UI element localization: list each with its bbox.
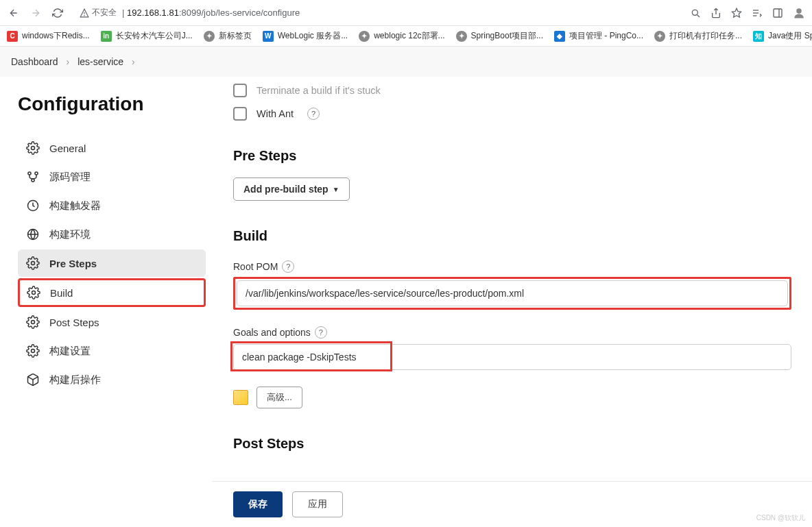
toolbar-icons [690, 7, 805, 19]
sidebar-item-label: Post Steps [49, 317, 99, 328]
url-text: | 192.168.1.81:8099/job/les-service/conf… [122, 8, 300, 18]
list-icon[interactable] [752, 8, 763, 19]
help-icon[interactable]: ? [315, 326, 327, 339]
package-icon [26, 373, 40, 387]
sidebar-item-label: 构建后操作 [49, 373, 101, 387]
section-post-steps: Post Steps [233, 436, 791, 452]
security-text: 不安全 [92, 7, 117, 19]
sidebar-item-post-build[interactable]: 构建后操作 [18, 366, 206, 393]
bookmark-icon: ✦ [456, 31, 467, 42]
breadcrumb: Dashboard › les-service › [0, 47, 812, 77]
content: Terminate a build if it's stuck With Ant… [213, 77, 812, 527]
bookmark-item[interactable]: WWebLogic 服务器... [263, 30, 348, 42]
bookmark-icon: ✦ [359, 31, 370, 42]
svg-point-21 [32, 350, 35, 353]
sidebar-item-build[interactable]: Build [18, 278, 206, 307]
sidebar-item-label: 构建触发器 [49, 199, 101, 212]
url-bar[interactable]: 不安全 | 192.168.1.81:8099/job/les-service/… [73, 4, 682, 21]
bookmark-item[interactable]: ✦新标签页 [204, 30, 252, 42]
help-icon[interactable]: ? [282, 260, 294, 273]
sidebar-item-label: 构建设置 [49, 345, 91, 358]
sidebar-item-label: Pre Steps [49, 258, 97, 269]
goals-input[interactable] [233, 344, 791, 370]
bookmark-icon: ◆ [554, 31, 565, 42]
checkbox-label: With Ant [256, 108, 294, 119]
gear-icon [27, 286, 40, 299]
sidebar-item-triggers[interactable]: 构建触发器 [18, 192, 206, 219]
sidebar-item-pre-steps[interactable]: Pre Steps [18, 249, 206, 277]
svg-point-12 [28, 172, 31, 175]
apply-button[interactable]: 应用 [292, 491, 343, 517]
svg-point-20 [32, 321, 35, 324]
page-title: Configuration [18, 93, 206, 115]
gear-icon [26, 315, 40, 329]
browser-toolbar: 不安全 | 192.168.1.81:8099/job/les-service/… [0, 0, 812, 26]
svg-point-11 [32, 147, 35, 150]
save-button[interactable]: 保存 [233, 491, 283, 517]
advanced-button[interactable]: 高级... [256, 387, 302, 408]
profile-icon[interactable] [793, 7, 805, 19]
breadcrumb-link[interactable]: Dashboard [11, 56, 58, 67]
bookmark-item[interactable]: ◆项目管理 - PingCo... [554, 30, 643, 42]
svg-point-13 [35, 172, 38, 175]
panel-icon[interactable] [772, 8, 783, 19]
forward-button[interactable] [29, 6, 43, 20]
reload-button[interactable] [51, 6, 64, 20]
section-build: Build [233, 228, 791, 244]
svg-point-2 [692, 10, 697, 15]
notepad-icon [233, 390, 248, 405]
checkbox-terminate[interactable] [233, 84, 247, 97]
security-indicator[interactable]: 不安全 [80, 7, 117, 19]
sidebar-item-environment[interactable]: 构建环境 [18, 221, 206, 248]
section-pre-steps: Pre Steps [233, 148, 791, 164]
clock-icon [26, 199, 40, 212]
bookmark-item[interactable]: Cwindows下Redis... [7, 30, 90, 42]
svg-marker-4 [732, 8, 741, 17]
bookmark-item[interactable]: ✦weblogic 12c部署... [359, 30, 444, 42]
star-icon[interactable] [731, 8, 742, 19]
warning-icon [80, 8, 89, 18]
globe-icon [26, 228, 40, 241]
gear-icon [26, 256, 40, 270]
bookmark-item[interactable]: ✦打印机有打印任务... [654, 30, 742, 42]
share-icon[interactable] [710, 8, 721, 19]
bookmark-item[interactable]: ✦SpringBoot项目部... [456, 30, 543, 42]
gear-icon [26, 344, 40, 358]
goals-label: Goals and options ? [233, 326, 791, 339]
checkbox-terminate-row: Terminate a build if it's stuck [233, 84, 791, 97]
bookmark-icon: W [263, 31, 274, 42]
sidebar: Configuration General 源码管理 构建触发器 构建环境 Pr… [0, 77, 213, 527]
bookmark-icon: ✦ [654, 31, 665, 42]
back-button[interactable] [7, 6, 21, 20]
advanced-row: 高级... [233, 387, 791, 408]
bookmarks-bar: Cwindows下Redis... in长安铃木汽车公司J... ✦新标签页 W… [0, 26, 812, 47]
svg-rect-8 [774, 9, 782, 17]
root-pom-label: Root POM ? [233, 260, 791, 273]
add-pre-build-button[interactable]: Add pre-build step ▼ [233, 177, 350, 201]
sidebar-item-label: 源码管理 [49, 171, 91, 184]
root-pom-input[interactable] [237, 280, 788, 306]
svg-point-19 [32, 291, 36, 295]
chevron-right-icon: › [67, 56, 70, 67]
sidebar-item-post-steps[interactable]: Post Steps [18, 308, 206, 336]
footer: 保存 应用 [213, 481, 812, 527]
search-icon[interactable] [690, 8, 701, 19]
sidebar-item-label: Build [50, 287, 73, 299]
caret-down-icon: ▼ [333, 186, 339, 193]
watermark: CSDN @软软儿 [756, 513, 805, 523]
bookmark-icon: ✦ [204, 31, 215, 42]
bookmark-item[interactable]: in长安铃木汽车公司J... [101, 30, 193, 42]
svg-point-1 [84, 15, 85, 16]
branch-icon [26, 170, 40, 184]
svg-point-10 [796, 8, 802, 14]
gear-icon [26, 141, 40, 155]
sidebar-item-general[interactable]: General [18, 134, 206, 162]
breadcrumb-link[interactable]: les-service [77, 56, 123, 67]
checkbox-with-ant[interactable] [233, 107, 247, 121]
sidebar-item-build-settings[interactable]: 构建设置 [18, 337, 206, 365]
checkbox-with-ant-row: With Ant ? [233, 107, 791, 121]
bookmark-item[interactable]: 知Java使用 Springbo... [753, 30, 812, 42]
sidebar-item-scm[interactable]: 源码管理 [18, 163, 206, 191]
help-icon[interactable]: ? [307, 108, 320, 120]
checkbox-label: Terminate a build if it's stuck [256, 85, 381, 96]
